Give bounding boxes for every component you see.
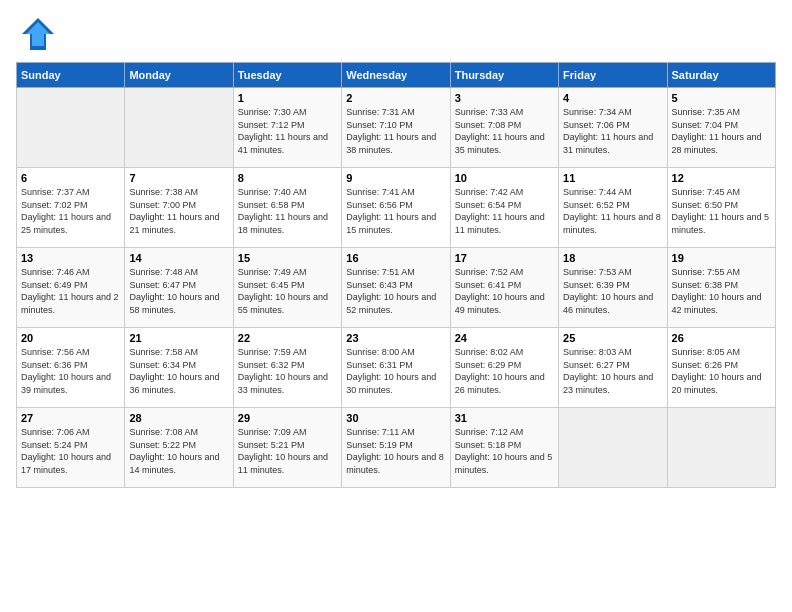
day-info: Sunrise: 7:42 AMSunset: 6:54 PMDaylight:… — [455, 186, 554, 236]
day-number: 2 — [346, 92, 445, 104]
day-number: 24 — [455, 332, 554, 344]
day-cell: 2Sunrise: 7:31 AMSunset: 7:10 PMDaylight… — [342, 88, 450, 168]
week-row-5: 27Sunrise: 7:06 AMSunset: 5:24 PMDayligh… — [17, 408, 776, 488]
day-number: 19 — [672, 252, 771, 264]
day-number: 17 — [455, 252, 554, 264]
day-number: 28 — [129, 412, 228, 424]
day-cell: 26Sunrise: 8:05 AMSunset: 6:26 PMDayligh… — [667, 328, 775, 408]
day-number: 25 — [563, 332, 662, 344]
day-info: Sunrise: 7:33 AMSunset: 7:08 PMDaylight:… — [455, 106, 554, 156]
svg-marker-1 — [26, 22, 50, 46]
day-number: 1 — [238, 92, 337, 104]
day-info: Sunrise: 7:31 AMSunset: 7:10 PMDaylight:… — [346, 106, 445, 156]
day-cell: 13Sunrise: 7:46 AMSunset: 6:49 PMDayligh… — [17, 248, 125, 328]
day-cell: 12Sunrise: 7:45 AMSunset: 6:50 PMDayligh… — [667, 168, 775, 248]
day-info: Sunrise: 7:59 AMSunset: 6:32 PMDaylight:… — [238, 346, 337, 396]
day-info: Sunrise: 7:51 AMSunset: 6:43 PMDaylight:… — [346, 266, 445, 316]
day-cell: 20Sunrise: 7:56 AMSunset: 6:36 PMDayligh… — [17, 328, 125, 408]
day-cell: 16Sunrise: 7:51 AMSunset: 6:43 PMDayligh… — [342, 248, 450, 328]
day-cell: 5Sunrise: 7:35 AMSunset: 7:04 PMDaylight… — [667, 88, 775, 168]
week-row-4: 20Sunrise: 7:56 AMSunset: 6:36 PMDayligh… — [17, 328, 776, 408]
day-number: 26 — [672, 332, 771, 344]
day-cell: 30Sunrise: 7:11 AMSunset: 5:19 PMDayligh… — [342, 408, 450, 488]
day-number: 21 — [129, 332, 228, 344]
day-info: Sunrise: 7:12 AMSunset: 5:18 PMDaylight:… — [455, 426, 554, 476]
day-number: 23 — [346, 332, 445, 344]
day-cell: 18Sunrise: 7:53 AMSunset: 6:39 PMDayligh… — [559, 248, 667, 328]
day-cell: 29Sunrise: 7:09 AMSunset: 5:21 PMDayligh… — [233, 408, 341, 488]
day-info: Sunrise: 7:34 AMSunset: 7:06 PMDaylight:… — [563, 106, 662, 156]
day-cell: 23Sunrise: 8:00 AMSunset: 6:31 PMDayligh… — [342, 328, 450, 408]
day-cell — [559, 408, 667, 488]
header-friday: Friday — [559, 63, 667, 88]
header-tuesday: Tuesday — [233, 63, 341, 88]
day-number: 16 — [346, 252, 445, 264]
day-cell — [17, 88, 125, 168]
calendar-header-row: SundayMondayTuesdayWednesdayThursdayFrid… — [17, 63, 776, 88]
day-number: 7 — [129, 172, 228, 184]
day-cell: 3Sunrise: 7:33 AMSunset: 7:08 PMDaylight… — [450, 88, 558, 168]
day-number: 18 — [563, 252, 662, 264]
day-cell: 14Sunrise: 7:48 AMSunset: 6:47 PMDayligh… — [125, 248, 233, 328]
day-info: Sunrise: 7:58 AMSunset: 6:34 PMDaylight:… — [129, 346, 228, 396]
day-cell — [667, 408, 775, 488]
day-cell: 7Sunrise: 7:38 AMSunset: 7:00 PMDaylight… — [125, 168, 233, 248]
day-info: Sunrise: 7:30 AMSunset: 7:12 PMDaylight:… — [238, 106, 337, 156]
day-cell: 24Sunrise: 8:02 AMSunset: 6:29 PMDayligh… — [450, 328, 558, 408]
day-info: Sunrise: 8:00 AMSunset: 6:31 PMDaylight:… — [346, 346, 445, 396]
day-number: 3 — [455, 92, 554, 104]
day-info: Sunrise: 8:05 AMSunset: 6:26 PMDaylight:… — [672, 346, 771, 396]
day-info: Sunrise: 8:03 AMSunset: 6:27 PMDaylight:… — [563, 346, 662, 396]
day-number: 13 — [21, 252, 120, 264]
header-saturday: Saturday — [667, 63, 775, 88]
day-number: 8 — [238, 172, 337, 184]
day-cell — [125, 88, 233, 168]
day-info: Sunrise: 7:41 AMSunset: 6:56 PMDaylight:… — [346, 186, 445, 236]
day-number: 10 — [455, 172, 554, 184]
day-info: Sunrise: 7:40 AMSunset: 6:58 PMDaylight:… — [238, 186, 337, 236]
day-number: 4 — [563, 92, 662, 104]
day-info: Sunrise: 7:53 AMSunset: 6:39 PMDaylight:… — [563, 266, 662, 316]
week-row-3: 13Sunrise: 7:46 AMSunset: 6:49 PMDayligh… — [17, 248, 776, 328]
header-wednesday: Wednesday — [342, 63, 450, 88]
logo — [16, 16, 56, 52]
day-number: 5 — [672, 92, 771, 104]
day-cell: 15Sunrise: 7:49 AMSunset: 6:45 PMDayligh… — [233, 248, 341, 328]
day-cell: 21Sunrise: 7:58 AMSunset: 6:34 PMDayligh… — [125, 328, 233, 408]
day-cell: 6Sunrise: 7:37 AMSunset: 7:02 PMDaylight… — [17, 168, 125, 248]
day-cell: 9Sunrise: 7:41 AMSunset: 6:56 PMDaylight… — [342, 168, 450, 248]
day-info: Sunrise: 7:37 AMSunset: 7:02 PMDaylight:… — [21, 186, 120, 236]
day-cell: 19Sunrise: 7:55 AMSunset: 6:38 PMDayligh… — [667, 248, 775, 328]
day-info: Sunrise: 7:38 AMSunset: 7:00 PMDaylight:… — [129, 186, 228, 236]
day-info: Sunrise: 7:08 AMSunset: 5:22 PMDaylight:… — [129, 426, 228, 476]
day-cell: 27Sunrise: 7:06 AMSunset: 5:24 PMDayligh… — [17, 408, 125, 488]
day-info: Sunrise: 7:35 AMSunset: 7:04 PMDaylight:… — [672, 106, 771, 156]
calendar-table: SundayMondayTuesdayWednesdayThursdayFrid… — [16, 62, 776, 488]
day-number: 9 — [346, 172, 445, 184]
day-cell: 8Sunrise: 7:40 AMSunset: 6:58 PMDaylight… — [233, 168, 341, 248]
day-number: 6 — [21, 172, 120, 184]
day-cell: 22Sunrise: 7:59 AMSunset: 6:32 PMDayligh… — [233, 328, 341, 408]
day-cell: 11Sunrise: 7:44 AMSunset: 6:52 PMDayligh… — [559, 168, 667, 248]
week-row-1: 1Sunrise: 7:30 AMSunset: 7:12 PMDaylight… — [17, 88, 776, 168]
day-info: Sunrise: 7:46 AMSunset: 6:49 PMDaylight:… — [21, 266, 120, 316]
day-number: 22 — [238, 332, 337, 344]
day-info: Sunrise: 7:55 AMSunset: 6:38 PMDaylight:… — [672, 266, 771, 316]
day-cell: 17Sunrise: 7:52 AMSunset: 6:41 PMDayligh… — [450, 248, 558, 328]
day-info: Sunrise: 7:52 AMSunset: 6:41 PMDaylight:… — [455, 266, 554, 316]
day-number: 31 — [455, 412, 554, 424]
header-sunday: Sunday — [17, 63, 125, 88]
day-number: 29 — [238, 412, 337, 424]
day-number: 11 — [563, 172, 662, 184]
week-row-2: 6Sunrise: 7:37 AMSunset: 7:02 PMDaylight… — [17, 168, 776, 248]
logo-icon — [20, 16, 56, 52]
day-info: Sunrise: 7:06 AMSunset: 5:24 PMDaylight:… — [21, 426, 120, 476]
day-info: Sunrise: 7:11 AMSunset: 5:19 PMDaylight:… — [346, 426, 445, 476]
day-cell: 28Sunrise: 7:08 AMSunset: 5:22 PMDayligh… — [125, 408, 233, 488]
day-info: Sunrise: 8:02 AMSunset: 6:29 PMDaylight:… — [455, 346, 554, 396]
day-cell: 4Sunrise: 7:34 AMSunset: 7:06 PMDaylight… — [559, 88, 667, 168]
day-info: Sunrise: 7:49 AMSunset: 6:45 PMDaylight:… — [238, 266, 337, 316]
day-number: 12 — [672, 172, 771, 184]
day-number: 30 — [346, 412, 445, 424]
day-info: Sunrise: 7:48 AMSunset: 6:47 PMDaylight:… — [129, 266, 228, 316]
